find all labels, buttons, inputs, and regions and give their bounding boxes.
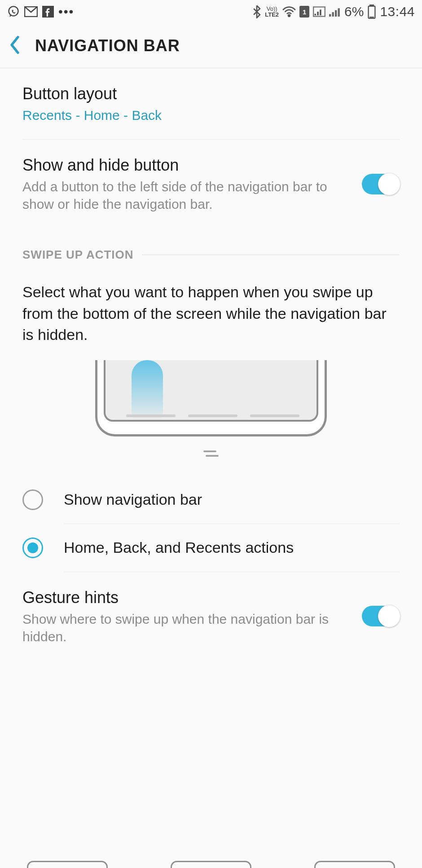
show-hide-title: Show and hide button — [22, 155, 351, 175]
radio-label: Show navigation bar — [64, 491, 202, 508]
svg-rect-6 — [317, 12, 319, 15]
bluetooth-icon — [252, 5, 261, 18]
swipe-illustration — [22, 360, 400, 476]
whatsapp-icon — [7, 5, 20, 18]
radio-home-back-recents[interactable]: Home, Back, and Recents actions — [22, 524, 400, 572]
app-bar: NAVIGATION BAR — [0, 23, 422, 68]
svg-rect-11 — [338, 8, 340, 16]
show-hide-desc: Add a button to the left side of the nav… — [22, 178, 351, 213]
svg-rect-12 — [369, 6, 375, 18]
battery-icon — [367, 4, 376, 19]
volte-icon: Vo)) LTE2 — [265, 6, 279, 18]
radio-show-navbar[interactable]: Show navigation bar — [22, 476, 400, 524]
svg-rect-8 — [329, 14, 331, 16]
svg-rect-14 — [369, 17, 374, 18]
svg-rect-9 — [332, 12, 334, 17]
facebook-icon — [42, 6, 54, 18]
wifi-icon — [282, 6, 296, 17]
signal-icon-2 — [329, 6, 341, 18]
svg-rect-13 — [370, 4, 374, 6]
recents-icon — [202, 446, 220, 463]
swipe-section-desc: Select what you want to happen when you … — [22, 271, 400, 360]
button-layout-value: Recents - Home - Back — [22, 106, 400, 124]
gesture-hints-item[interactable]: Gesture hints Show where to swipe up whe… — [22, 572, 400, 661]
gesture-hints-title: Gesture hints — [22, 587, 351, 608]
sim-indicator: 1 — [299, 6, 309, 18]
gesture-hints-toggle[interactable] — [362, 606, 400, 626]
gesture-hints-desc: Show where to swipe up when the navigati… — [22, 610, 351, 645]
swipe-section-header: SWIPE UP ACTION — [22, 228, 400, 271]
battery-percent: 6% — [344, 4, 364, 19]
svg-point-3 — [288, 15, 290, 17]
bottom-crop-hint — [0, 861, 422, 868]
more-notifications-icon: ••• — [58, 4, 74, 19]
swipe-section-label: SWIPE UP ACTION — [22, 248, 134, 262]
button-layout-title: Button layout — [22, 84, 400, 104]
page-title: NAVIGATION BAR — [35, 36, 180, 55]
radio-icon — [22, 538, 43, 558]
show-hide-item[interactable]: Show and hide button Add a button to the… — [22, 140, 400, 228]
mail-icon — [24, 6, 38, 17]
clock: 13:44 — [380, 4, 415, 19]
back-button[interactable] — [9, 35, 21, 56]
svg-point-0 — [9, 6, 18, 16]
radio-icon — [22, 489, 43, 510]
svg-rect-7 — [320, 9, 321, 15]
svg-rect-5 — [315, 14, 316, 15]
swipe-gesture-icon — [132, 360, 163, 418]
status-bar: ••• Vo)) LTE2 1 6% 13:44 — [0, 0, 422, 23]
signal-icon-1 — [313, 6, 325, 18]
show-hide-toggle[interactable] — [362, 174, 400, 194]
button-layout-item[interactable]: Button layout Recents - Home - Back — [22, 68, 400, 140]
radio-label: Home, Back, and Recents actions — [64, 539, 294, 556]
svg-rect-10 — [335, 10, 337, 17]
